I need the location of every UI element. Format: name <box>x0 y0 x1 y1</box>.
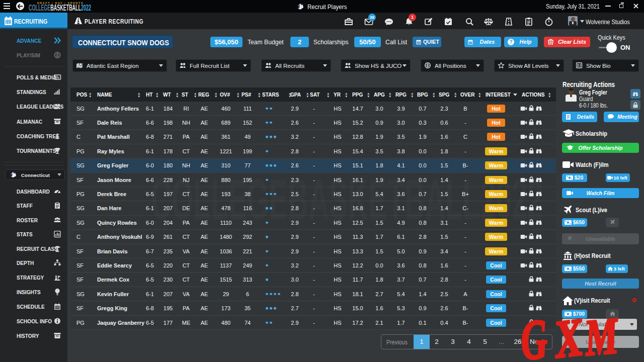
svg-text:X: X <box>550 307 587 362</box>
svg-text:G: G <box>519 307 549 362</box>
svg-text:M: M <box>582 307 621 362</box>
